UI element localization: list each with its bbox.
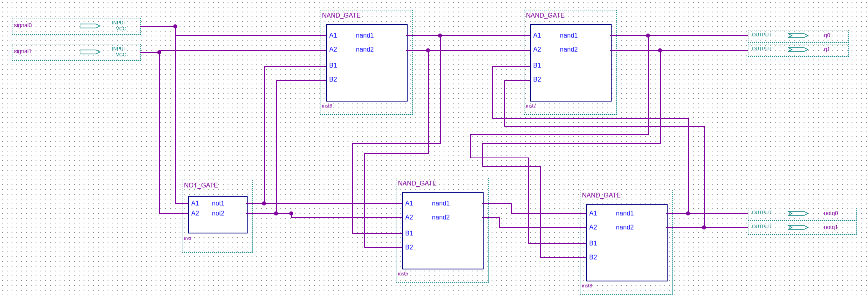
nand7-a2: A2 (533, 46, 541, 53)
wire (159, 50, 326, 51)
nand7-b1: B1 (533, 62, 541, 69)
not-gate-not2: not2 (212, 210, 224, 217)
wire (470, 134, 649, 135)
not-gate-not1: not1 (212, 200, 224, 207)
wire (406, 50, 530, 51)
wire (276, 80, 277, 214)
nand8-nand1: nand1 (616, 210, 634, 217)
wire (540, 257, 586, 258)
nand7-nand2: nand2 (560, 46, 578, 53)
nand6-a2: A2 (329, 46, 337, 53)
nand8-a1: A1 (589, 210, 597, 217)
not-gate-a1: A1 (191, 200, 199, 207)
nand5-b2: B2 (405, 244, 413, 251)
wire (482, 203, 512, 204)
nand7-inst: inst7 (526, 103, 536, 109)
wire (704, 126, 705, 228)
wire (175, 203, 188, 204)
nand8-a2: A2 (589, 224, 597, 231)
wire (499, 217, 500, 228)
nand5-a2: A2 (405, 214, 413, 221)
wire (440, 35, 441, 144)
wire (406, 35, 530, 36)
wire (364, 247, 402, 248)
nand5-b1: B1 (405, 230, 413, 237)
wire (688, 118, 689, 214)
wire (610, 50, 748, 51)
nand5-title: NAND_GATE (398, 180, 437, 187)
nand7-title: NAND_GATE (526, 12, 565, 19)
nand7-b2: B2 (533, 76, 541, 83)
wire (352, 143, 441, 144)
wire (264, 66, 326, 67)
nand7-a1: A1 (533, 32, 541, 39)
nand6-nand1: nand1 (356, 32, 374, 39)
input-signal0-vcc: VCC (116, 26, 126, 32)
nand8-b2: B2 (589, 254, 597, 261)
input-signal1-type: INPUT (112, 46, 126, 52)
not-gate-title: NOT_GATE (184, 182, 218, 189)
wire (246, 203, 402, 204)
wire (660, 50, 661, 144)
input-signal0-symbol (80, 23, 104, 29)
input-signal0-label: signal0 (14, 22, 32, 28)
wire (482, 166, 540, 167)
svg-marker-0 (80, 24, 100, 28)
wire (540, 166, 541, 258)
nand5-nand2: nand2 (432, 214, 450, 221)
nand6-title: NAND_GATE (322, 12, 361, 19)
wire (666, 213, 748, 214)
wire (276, 80, 326, 81)
input-signal0-type: INPUT (112, 20, 126, 26)
nand6-a1: A1 (329, 32, 337, 39)
svg-marker-3 (788, 48, 808, 52)
junction (289, 211, 293, 215)
nand5-a1: A1 (405, 200, 413, 207)
output-q0-type: OUTPUT (752, 32, 772, 38)
output-q1-label: q1 (824, 46, 830, 52)
output-q1-symbol (788, 47, 812, 52)
output-notq1-symbol (788, 225, 812, 230)
wire (511, 203, 512, 214)
wire (648, 35, 649, 135)
wire (175, 26, 176, 204)
not-gate-inst: inst (184, 236, 192, 241)
not-gate-a2: A2 (191, 210, 199, 217)
nand7-nand1: nand1 (560, 32, 578, 39)
wire (352, 143, 353, 233)
schematic-canvas[interactable]: signal0 INPUT VCC signal1 INPUT VCC NOT_… (0, 0, 868, 295)
nand6-inst: inst6 (322, 103, 332, 109)
wire (499, 227, 586, 228)
nand5-inst: inst5 (398, 271, 408, 277)
nand8-title: NAND_GATE (582, 192, 621, 199)
svg-marker-2 (788, 34, 808, 38)
wire (504, 126, 705, 127)
output-notq1-label: notq1 (824, 224, 838, 230)
wire (246, 213, 292, 214)
wire (364, 153, 365, 248)
wire (528, 157, 529, 244)
wire (492, 66, 530, 67)
wire (492, 118, 689, 119)
svg-marker-5 (788, 225, 808, 229)
input-signal1-symbol (80, 49, 104, 55)
output-notq0-symbol (788, 211, 812, 216)
svg-marker-4 (788, 211, 808, 215)
output-q0-symbol (788, 33, 812, 38)
input-signal1-label: signal1 (14, 48, 32, 54)
wire (482, 217, 500, 218)
nand6-nand2: nand2 (356, 46, 374, 53)
wire (470, 157, 528, 158)
wire (364, 153, 429, 154)
wire (159, 50, 160, 214)
nand5-nand1: nand1 (432, 200, 450, 207)
output-notq0-label: notq0 (824, 210, 838, 216)
wire (428, 50, 429, 154)
wire (492, 66, 493, 119)
nand8-b1: B1 (589, 240, 597, 247)
nand8-nand2: nand2 (616, 224, 634, 231)
wire (511, 213, 586, 214)
wire (666, 227, 748, 228)
wire (291, 217, 402, 218)
wire (610, 35, 748, 36)
